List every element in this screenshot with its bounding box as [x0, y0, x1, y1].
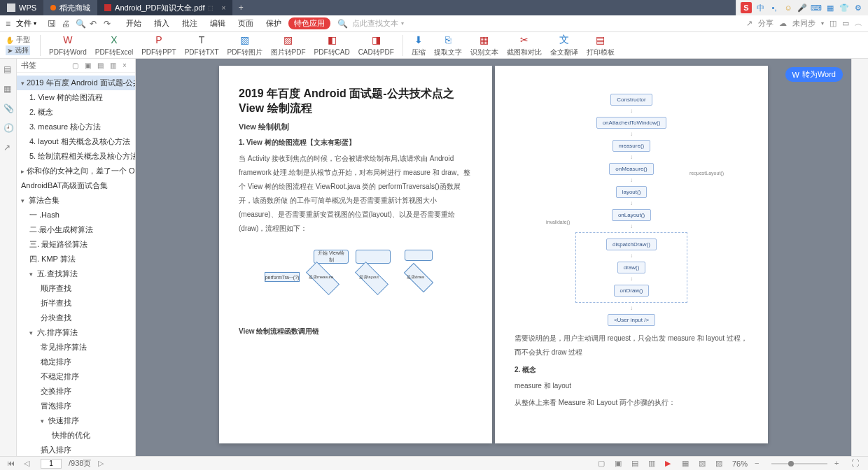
sb-view-3-icon[interactable]: ▤: [631, 459, 641, 469]
sb-nav-first-icon[interactable]: ⏮: [7, 459, 17, 469]
bookmark-item[interactable]: 二.最小生成树算法: [17, 222, 135, 237]
share-icon[interactable]: ↗: [746, 19, 752, 28]
menubar-collapse-icon[interactable]: ︿: [855, 18, 862, 29]
menu-protect[interactable]: 保护: [260, 17, 287, 30]
ime-lang-icon[interactable]: 中: [755, 2, 766, 13]
menu-start[interactable]: 开始: [120, 17, 147, 30]
btn-pdf-to-ppt[interactable]: PPDF转PPT: [137, 34, 180, 57]
search-icon[interactable]: 🔍: [337, 19, 348, 29]
menu-insert[interactable]: 插入: [148, 17, 175, 30]
search-dropdown-icon[interactable]: ▾: [401, 20, 404, 27]
btn-compress[interactable]: ⬇压缩: [407, 34, 430, 57]
ime-mic-icon[interactable]: 🎤: [797, 2, 808, 13]
mode-hand[interactable]: ✋ 手型: [6, 35, 30, 45]
menu-edit[interactable]: 编辑: [204, 17, 231, 30]
share-label[interactable]: 分享: [758, 18, 774, 29]
sb-fit-icon[interactable]: ⛶: [851, 459, 861, 469]
btn-screenshot[interactable]: ✂截图和对比: [503, 34, 546, 57]
btn-pdf-to-cad[interactable]: ◧PDF转CAD: [310, 34, 354, 57]
btn-pdf-to-img[interactable]: ▧PDF转图片: [223, 34, 267, 57]
ime-skin-icon[interactable]: ▦: [825, 2, 836, 13]
rail-export-icon[interactable]: ↗: [4, 143, 13, 152]
bookmark-item[interactable]: ▾快速排序: [17, 413, 135, 428]
sb-view-1-icon[interactable]: ▢: [598, 459, 608, 469]
sync-icon[interactable]: ☁: [779, 19, 787, 28]
mode-select[interactable]: ➤ 选择: [6, 45, 30, 55]
sb-view-7-icon[interactable]: ▨: [715, 459, 725, 469]
bookmark-arrow-icon[interactable]: ▾: [29, 271, 35, 278]
bookmark-tree[interactable]: ▾2019 年百度 Android 面试题-公共...1. View 树的绘图流…: [17, 73, 135, 456]
redo-icon[interactable]: ↷: [104, 19, 113, 29]
menu-page[interactable]: 页面: [232, 17, 259, 30]
save-icon[interactable]: 🖫: [48, 19, 57, 29]
ime-settings-icon[interactable]: ⚙: [853, 2, 864, 13]
btn-pdf-to-word[interactable]: WPDF转Word: [45, 34, 91, 57]
bm-close-icon[interactable]: ×: [122, 62, 131, 70]
btn-extract-text[interactable]: ⎘提取文字: [430, 34, 466, 57]
ime-emoji-icon[interactable]: ☺: [783, 2, 794, 13]
bookmark-item[interactable]: 4. layout 相关概念及核心方法: [17, 134, 135, 149]
bookmark-item[interactable]: 冒泡排序: [17, 399, 135, 413]
file-menu[interactable]: 文件 ▾: [12, 17, 41, 30]
bookmark-arrow-icon[interactable]: ▾: [41, 418, 46, 425]
convert-to-word-button[interactable]: W 转为Word: [785, 67, 843, 82]
menubar-icon-2[interactable]: ▭: [842, 19, 849, 28]
sb-view-5-icon[interactable]: ▦: [682, 459, 692, 469]
sync-dropdown-icon[interactable]: ▾: [821, 20, 824, 27]
app-menu-icon[interactable]: ≡: [6, 19, 10, 29]
ime-punct-icon[interactable]: •,: [769, 2, 780, 13]
menu-comment[interactable]: 批注: [176, 17, 203, 30]
btn-img-to-pdf[interactable]: ▨图片转PDF: [267, 34, 310, 57]
bookmark-item[interactable]: 快排的优化: [17, 428, 135, 443]
sb-view-6-icon[interactable]: ▧: [699, 459, 708, 469]
bm-icon-1[interactable]: ▢: [72, 62, 80, 70]
bookmark-item[interactable]: 一 .Hash: [17, 208, 135, 222]
bookmark-item[interactable]: ▾算法合集: [17, 193, 135, 208]
bookmark-item[interactable]: 交换排序: [17, 384, 135, 399]
btn-ocr[interactable]: ▦识别文本: [466, 34, 503, 57]
page-number-input[interactable]: [41, 459, 62, 469]
bookmark-item[interactable]: 折半查找: [17, 296, 135, 311]
bookmark-item[interactable]: 2. 概念: [17, 105, 135, 120]
bookmark-arrow-icon[interactable]: ▾: [21, 197, 27, 204]
btn-translate[interactable]: 文全文翻译: [546, 34, 582, 57]
bookmark-item[interactable]: 三. 最短路径算法: [17, 237, 135, 252]
preview-icon[interactable]: 🔍: [76, 19, 85, 29]
btn-pdf-to-txt[interactable]: TPDF转TXT: [181, 34, 223, 57]
bm-icon-4[interactable]: ▥: [110, 62, 118, 70]
sb-play-icon[interactable]: ▶: [665, 459, 675, 469]
bookmark-item[interactable]: 3. measure 核心方法: [17, 120, 135, 134]
bookmark-item[interactable]: ▾五.查找算法: [17, 266, 135, 281]
ime-sogou-icon[interactable]: S: [741, 2, 752, 13]
bookmark-item[interactable]: 常见排序算法: [17, 340, 135, 355]
tab-pdf-active[interactable]: Android_PDF知识大全.pdf ⬚ ×: [97, 0, 232, 15]
zoom-slider[interactable]: [771, 463, 827, 464]
bookmark-arrow-icon[interactable]: ▸: [21, 168, 24, 175]
btn-pdf-to-excel[interactable]: XPDF转Excel: [91, 34, 137, 57]
document-area[interactable]: 2019 年百度 Android 面试题-公共技术点之 View 绘制流程 Vi…: [136, 59, 851, 456]
bookmark-item[interactable]: 不稳定排序: [17, 369, 135, 384]
sync-label[interactable]: 未同步: [792, 18, 816, 29]
bookmark-item[interactable]: ▸你和你的女神之间，差了一个 Open...: [17, 164, 135, 178]
ime-tools-icon[interactable]: 👕: [839, 2, 850, 13]
new-tab-button[interactable]: +: [232, 3, 249, 13]
zoom-in-icon[interactable]: +: [834, 459, 844, 469]
rail-attach-icon[interactable]: 📎: [4, 104, 13, 113]
undo-icon[interactable]: ↶: [90, 19, 99, 29]
bookmark-item[interactable]: 顺序查找: [17, 281, 135, 296]
bookmark-item[interactable]: 四. KMP 算法: [17, 252, 135, 266]
print-icon[interactable]: 🖨: [62, 19, 71, 29]
ime-keyboard-icon[interactable]: ⌨: [811, 2, 822, 13]
sb-view-2-icon[interactable]: ▣: [615, 459, 624, 469]
bm-icon-3[interactable]: ▤: [97, 62, 106, 70]
rail-history-icon[interactable]: 🕘: [4, 123, 13, 133]
tab-store[interactable]: 稻壳商城: [43, 0, 97, 15]
close-tab-icon[interactable]: ×: [221, 4, 225, 12]
btn-print-template[interactable]: ▤打印模板: [582, 34, 619, 57]
sb-view-4-icon[interactable]: ▥: [648, 459, 658, 469]
bookmark-item[interactable]: ▾2019 年百度 Android 面试题-公共...: [17, 76, 135, 90]
tab-dropdown-icon[interactable]: ⬚: [208, 5, 214, 11]
menubar-icon-1[interactable]: ◫: [830, 19, 836, 28]
bm-icon-2[interactable]: ▣: [85, 62, 93, 70]
sb-nav-prev-icon[interactable]: ◁: [24, 459, 34, 469]
